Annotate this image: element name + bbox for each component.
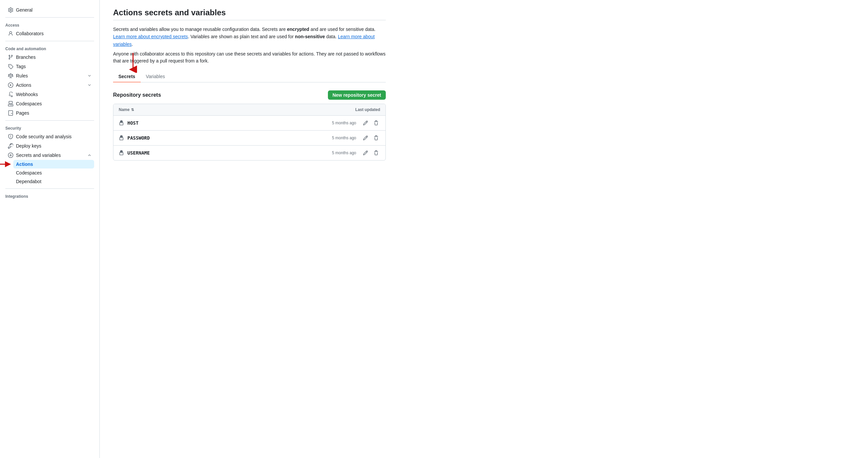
sidebar-security-label: Security bbox=[5, 123, 94, 132]
webhook-icon bbox=[8, 92, 13, 97]
lock-icon-username bbox=[119, 150, 124, 156]
tabs: Secrets Variables bbox=[113, 71, 386, 83]
sidebar-sub-item-actions[interactable]: Actions bbox=[13, 160, 94, 168]
sidebar-sub-item-codespaces[interactable]: Codespaces bbox=[13, 168, 94, 177]
main-content: Actions secrets and variables Secrets an… bbox=[100, 0, 399, 458]
sidebar-item-rules[interactable]: Rules bbox=[5, 71, 94, 80]
table-header-updated: Last updated bbox=[355, 107, 380, 112]
collab-note: Anyone with collaborator access to this … bbox=[113, 51, 386, 64]
lock-icon-password bbox=[119, 135, 124, 140]
row-right-password: 5 months ago bbox=[332, 134, 380, 142]
page-title: Actions secrets and variables bbox=[113, 8, 386, 17]
sidebar-item-branches[interactable]: Branches bbox=[5, 53, 94, 62]
sidebar-item-tags-label: Tags bbox=[16, 64, 26, 69]
sidebar-item-secrets-variables[interactable]: Secrets and variables bbox=[5, 151, 94, 160]
sidebar-secrets-sub-items: Actions Codespaces Dependabot bbox=[5, 160, 94, 186]
trash-icon-3 bbox=[373, 150, 379, 156]
page-divider bbox=[113, 20, 386, 20]
sidebar-item-collaborators[interactable]: Collaborators bbox=[5, 29, 94, 38]
last-updated-password: 5 months ago bbox=[332, 136, 356, 140]
chevron-down-icon-2 bbox=[88, 83, 91, 87]
sort-icon[interactable]: ⇅ bbox=[131, 108, 134, 112]
sidebar-item-deploy-keys-label: Deploy keys bbox=[16, 143, 41, 149]
tag-icon bbox=[8, 64, 13, 69]
encrypted-secrets-link[interactable]: Learn more about encrypted secrets bbox=[113, 34, 188, 39]
delete-host-button[interactable] bbox=[372, 119, 380, 127]
sidebar-access-section: Access Collaborators bbox=[0, 20, 99, 38]
sidebar-item-codespaces[interactable]: Codespaces bbox=[5, 99, 94, 108]
sidebar-item-code-security-label: Code security and analysis bbox=[16, 134, 71, 139]
table-row: USERNAME 5 months ago bbox=[114, 145, 385, 160]
tab-secrets[interactable]: Secrets bbox=[113, 71, 141, 83]
sidebar-sub-item-actions-label: Actions bbox=[16, 162, 33, 167]
sidebar-sub-item-dependabot-label: Dependabot bbox=[16, 179, 41, 184]
tab-variables[interactable]: Variables bbox=[141, 71, 170, 83]
sidebar-general-section: General bbox=[0, 5, 99, 14]
pages-icon bbox=[8, 110, 13, 116]
action-icons-host bbox=[362, 119, 380, 127]
sidebar-item-actions-label: Actions bbox=[16, 83, 31, 88]
sidebar-item-secrets-variables-label: Secrets and variables bbox=[16, 153, 61, 158]
sidebar-item-pages-label: Pages bbox=[16, 110, 29, 116]
delete-password-button[interactable] bbox=[372, 134, 380, 142]
sidebar-item-deploy-keys[interactable]: Deploy keys bbox=[5, 141, 94, 151]
sidebar-access-label: Access bbox=[5, 20, 94, 29]
gear-icon bbox=[8, 7, 13, 13]
sidebar-code-automation-label: Code and automation bbox=[5, 44, 94, 53]
sidebar-item-branches-label: Branches bbox=[16, 55, 36, 60]
action-icons-password bbox=[362, 134, 380, 142]
row-right-host: 5 months ago bbox=[332, 119, 380, 127]
table-row: HOST 5 months ago bbox=[114, 116, 385, 131]
lock-icon-host bbox=[119, 120, 124, 126]
pencil-icon bbox=[363, 120, 368, 126]
plus-circle-icon bbox=[8, 153, 13, 158]
chevron-up-icon bbox=[88, 153, 91, 157]
key-icon bbox=[8, 143, 13, 149]
sidebar-sub-item-codespaces-label: Codespaces bbox=[16, 170, 42, 175]
sidebar-divider-2 bbox=[5, 41, 94, 41]
edit-password-button[interactable] bbox=[362, 134, 370, 142]
sidebar-item-tags[interactable]: Tags bbox=[5, 62, 94, 71]
sidebar-divider-1 bbox=[5, 17, 94, 18]
secret-name-host: HOST bbox=[127, 120, 139, 126]
sidebar-item-webhooks-label: Webhooks bbox=[16, 92, 38, 97]
pencil-icon-2 bbox=[363, 135, 368, 140]
pencil-icon-3 bbox=[363, 150, 368, 156]
sidebar-integrations-label: Integrations bbox=[5, 191, 94, 200]
sidebar-item-webhooks[interactable]: Webhooks bbox=[5, 90, 94, 99]
person-icon bbox=[8, 31, 13, 36]
row-left-host: HOST bbox=[119, 120, 139, 126]
last-updated-host: 5 months ago bbox=[332, 121, 356, 125]
edit-username-button[interactable] bbox=[362, 149, 370, 157]
last-updated-username: 5 months ago bbox=[332, 151, 356, 155]
row-left-password: PASSWORD bbox=[119, 135, 150, 140]
secret-name-username: USERNAME bbox=[127, 150, 150, 156]
branch-icon bbox=[8, 55, 13, 60]
row-right-username: 5 months ago bbox=[332, 149, 380, 157]
table-row: PASSWORD 5 months ago bbox=[114, 131, 385, 145]
edit-host-button[interactable] bbox=[362, 119, 370, 127]
sidebar-item-pages[interactable]: Pages bbox=[5, 108, 94, 118]
sidebar-item-actions[interactable]: Actions bbox=[5, 80, 94, 90]
sidebar-item-code-security[interactable]: Code security and analysis bbox=[5, 132, 94, 141]
sidebar-divider-3 bbox=[5, 120, 94, 121]
trash-icon-2 bbox=[373, 135, 379, 140]
row-left-username: USERNAME bbox=[119, 150, 150, 156]
action-icons-username bbox=[362, 149, 380, 157]
tabs-container: Secrets Variables bbox=[113, 71, 386, 83]
repository-secrets-title: Repository secrets bbox=[113, 92, 161, 98]
actions-icon bbox=[8, 83, 13, 88]
secret-name-password: PASSWORD bbox=[127, 135, 150, 140]
sidebar-code-automation-section: Code and automation Branches Tags bbox=[0, 44, 99, 118]
sidebar-sub-item-dependabot[interactable]: Dependabot bbox=[13, 177, 94, 186]
codespaces-icon bbox=[8, 101, 13, 106]
secrets-table: Name ⇅ Last updated HOST 5 months ago bbox=[113, 104, 386, 161]
table-header-name-label: Name bbox=[119, 107, 130, 112]
sidebar-item-codespaces-label: Codespaces bbox=[16, 101, 42, 106]
delete-username-button[interactable] bbox=[372, 149, 380, 157]
new-repository-secret-button[interactable]: New repository secret bbox=[328, 90, 386, 100]
sidebar-item-general[interactable]: General bbox=[5, 5, 94, 14]
description-1: Secrets and variables allow you to manag… bbox=[113, 26, 386, 48]
sidebar-security-section: Security Code security and analysis Depl… bbox=[0, 123, 99, 186]
table-header: Name ⇅ Last updated bbox=[114, 104, 385, 116]
